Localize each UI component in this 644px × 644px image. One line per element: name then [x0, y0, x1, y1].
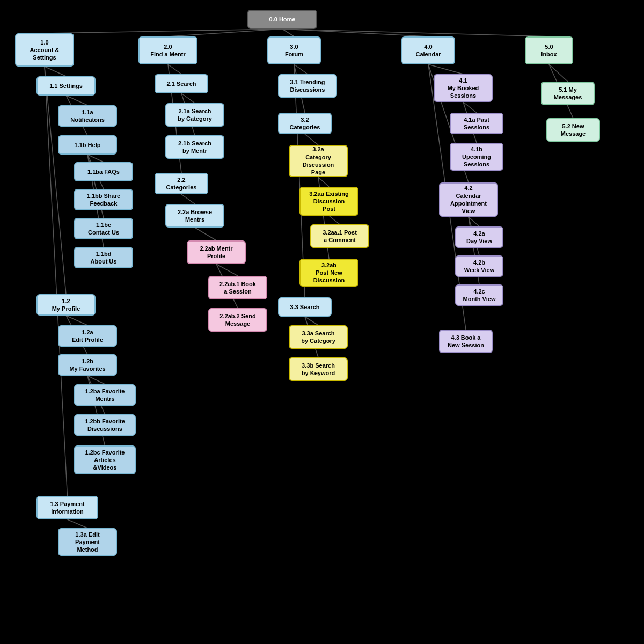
node-n11b: 1.1b Help [58, 135, 117, 155]
node-n30: 3.0Forum [267, 36, 321, 64]
svg-line-12 [45, 67, 66, 294]
node-n12bc: 1.2bc FavoriteArticles&Videos [74, 445, 136, 474]
svg-line-30 [305, 134, 318, 145]
node-n42a: 4.2aDay View [455, 226, 503, 248]
node-n13: 1.3 PaymentInformation [36, 496, 98, 519]
svg-line-5 [45, 67, 66, 76]
node-n11bb: 1.1bb ShareFeedback [74, 189, 133, 210]
node-n12: 1.2My Profile [36, 294, 96, 316]
node-home: 0.0 Home [247, 10, 317, 29]
node-n21a: 2.1a Searchby Category [165, 103, 224, 127]
svg-line-26 [216, 264, 238, 276]
svg-line-13 [66, 316, 87, 325]
svg-line-37 [428, 64, 463, 74]
svg-line-19 [68, 519, 88, 528]
node-n22ab: 2.2ab MentrProfile [187, 240, 246, 264]
node-n22ab1: 2.2ab.1 Booka Session [208, 276, 267, 299]
svg-line-6 [66, 96, 87, 105]
svg-line-8 [87, 155, 104, 162]
node-n11bd: 1.1bdAbout Us [74, 247, 133, 268]
node-n22ab2: 2.2ab.2 SendMessage [208, 308, 267, 332]
svg-line-25 [195, 228, 216, 240]
svg-line-4 [282, 29, 549, 36]
node-n41a: 4.1a PastSessions [450, 113, 503, 134]
node-n12b: 1.2bMy Favorites [58, 354, 117, 376]
node-n32ab: 3.2abPost NewDiscussion [299, 259, 358, 287]
node-n41b: 4.1bUpcomingSessions [450, 143, 503, 171]
node-n12a: 1.2aEdit Profile [58, 325, 117, 347]
svg-line-32 [329, 216, 340, 224]
node-n33a: 3.3a Searchby Category [289, 325, 348, 349]
svg-line-31 [318, 177, 329, 187]
node-n42b: 4.2bWeek View [455, 255, 503, 277]
node-n12ba: 1.2ba FavoriteMentrs [74, 384, 136, 406]
node-n32aa1: 3.2aa.1 Posta Comment [310, 224, 369, 248]
svg-line-35 [305, 317, 318, 325]
svg-line-1 [168, 29, 282, 36]
node-n51: 5.1 MyMessages [541, 82, 595, 105]
node-n41: 4.1My BookedSessions [434, 74, 493, 102]
node-n11ba: 1.1ba FAQs [74, 162, 133, 181]
node-n11bc: 1.1bcContact Us [74, 218, 133, 239]
svg-line-28 [294, 64, 308, 74]
svg-line-38 [463, 102, 477, 113]
node-n11: 1.1 Settings [36, 76, 96, 96]
node-n50: 5.0Inbox [525, 36, 573, 64]
node-n32aa: 3.2aa ExistingDiscussionPost [299, 187, 358, 216]
node-n42c: 4.2cMonth View [455, 284, 503, 306]
svg-line-15 [87, 376, 105, 384]
node-n33b: 3.3b Searchby Keyword [289, 357, 348, 381]
node-n20: 2.0Find a Mentr [138, 36, 197, 64]
svg-line-24 [181, 194, 195, 204]
svg-line-20 [168, 64, 181, 74]
svg-line-45 [549, 64, 568, 82]
node-n32: 3.2Categories [278, 113, 332, 134]
node-n21b: 2.1b Searchby Mentr [165, 135, 224, 159]
node-n43: 4.3 Book aNew Session [439, 330, 493, 353]
node-n31: 3.1 TrendingDiscussions [278, 74, 337, 98]
node-n22a: 2.2a BrowseMentrs [165, 204, 224, 228]
diagram: 0.0 Home1.0Account &Settings2.0Find a Me… [0, 0, 644, 644]
node-n33: 3.3 Search [278, 297, 332, 317]
node-n11a: 1.1aNotificatons [58, 105, 117, 127]
node-n21: 2.1 Search [155, 74, 208, 93]
node-n52: 5.2 NewMessage [546, 118, 600, 142]
node-n10: 1.0Account &Settings [15, 33, 74, 67]
svg-line-41 [469, 217, 479, 226]
svg-line-0 [45, 29, 282, 33]
svg-line-21 [181, 93, 195, 103]
node-n42: 4.2CalendarAppointmentView [439, 182, 498, 217]
node-n40: 4.0Calendar [401, 36, 455, 64]
node-n32a: 3.2aCategoryDiscussionPage [289, 145, 348, 177]
node-n13a: 1.3a EditPaymentMethod [58, 528, 117, 556]
node-n12bb: 1.2bb FavoriteDiscussions [74, 414, 136, 436]
node-n22: 2.2Categories [155, 173, 208, 194]
svg-line-3 [282, 29, 428, 36]
svg-line-2 [282, 29, 294, 36]
svg-line-18 [45, 67, 68, 496]
